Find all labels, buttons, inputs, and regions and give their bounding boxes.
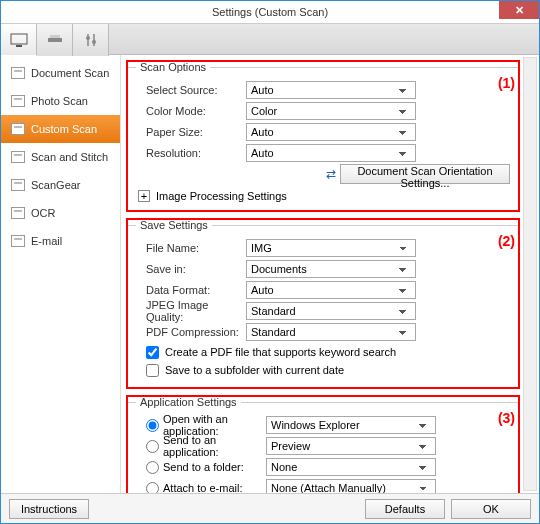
footer: Instructions Defaults OK [1, 493, 539, 523]
sidebar-label: Document Scan [31, 67, 109, 79]
sliders-icon [84, 33, 98, 47]
ocr-icon [11, 207, 25, 219]
file-name-label: File Name: [136, 242, 246, 254]
paper-size-label: Paper Size: [136, 126, 246, 138]
jpeg-quality-dropdown[interactable]: Standard [246, 302, 416, 320]
attach-email-dropdown[interactable]: None (Attach Manually) [266, 479, 436, 493]
scan-options-group: Scan Options (1) Select Source:Auto Colo… [127, 61, 519, 211]
sidebar-item-ocr[interactable]: OCR [1, 199, 120, 227]
data-format-label: Data Format: [136, 284, 246, 296]
sidebar-label: Photo Scan [31, 95, 88, 107]
tab-scan-from-panel[interactable] [37, 24, 73, 56]
defaults-button[interactable]: Defaults [365, 499, 445, 519]
subfolder-checkbox[interactable] [146, 364, 159, 377]
window-title: Settings (Custom Scan) [212, 6, 328, 18]
image-processing-label: Image Processing Settings [156, 190, 287, 202]
select-source-label: Select Source: [136, 84, 246, 96]
settings-window: Settings (Custom Scan) ✕ Document Scan P… [0, 0, 540, 524]
save-settings-group: Save Settings (2) File Name:IMG Save in:… [127, 219, 519, 388]
sidebar-item-scangear[interactable]: ScanGear [1, 171, 120, 199]
sidebar-item-scan-stitch[interactable]: Scan and Stitch [1, 143, 120, 171]
instructions-button[interactable]: Instructions [9, 499, 89, 519]
image-processing-expander[interactable]: + Image Processing Settings [138, 190, 510, 202]
color-mode-dropdown[interactable]: Color [246, 102, 416, 120]
svg-rect-2 [48, 38, 62, 42]
custom-icon [11, 123, 25, 135]
photo-icon [11, 95, 25, 107]
send-app-label: Send to an application: [163, 434, 266, 458]
email-icon [11, 235, 25, 247]
tab-general-settings[interactable] [73, 24, 109, 56]
pdf-compression-dropdown[interactable]: Standard [246, 323, 416, 341]
annotation-1: (1) [498, 75, 515, 91]
application-settings-group: Application Settings (3) Open with an ap… [127, 396, 519, 493]
jpeg-quality-label: JPEG Image Quality: [136, 299, 246, 323]
close-button[interactable]: ✕ [499, 1, 539, 19]
stitch-icon [11, 151, 25, 163]
main-panel: Scan Options (1) Select Source:Auto Colo… [121, 55, 539, 493]
pdf-keyword-label: Create a PDF file that supports keyword … [165, 346, 396, 358]
svg-rect-0 [11, 34, 27, 44]
select-source-dropdown[interactable]: Auto [246, 81, 416, 99]
vertical-scrollbar[interactable] [523, 57, 537, 491]
ok-button[interactable]: OK [451, 499, 531, 519]
sidebar-label: E-mail [31, 235, 62, 247]
send-folder-radio[interactable] [146, 461, 159, 474]
sidebar-item-email[interactable]: E-mail [1, 227, 120, 255]
send-folder-dropdown[interactable]: None [266, 458, 436, 476]
paper-size-dropdown[interactable]: Auto [246, 123, 416, 141]
scan-options-legend: Scan Options [136, 61, 210, 73]
color-mode-label: Color Mode: [136, 105, 246, 117]
svg-point-6 [86, 36, 90, 40]
scangear-icon [11, 179, 25, 191]
open-with-radio[interactable] [146, 419, 159, 432]
sidebar-label: Custom Scan [31, 123, 97, 135]
top-toolbar [1, 23, 539, 55]
plus-icon: + [138, 190, 150, 202]
tab-scan-from-computer[interactable] [1, 24, 37, 56]
send-app-dropdown[interactable]: Preview [266, 437, 436, 455]
titlebar: Settings (Custom Scan) ✕ [1, 1, 539, 23]
attach-email-label: Attach to e-mail: [163, 482, 242, 493]
save-settings-legend: Save Settings [136, 219, 212, 231]
sidebar-label: OCR [31, 207, 55, 219]
send-folder-label: Send to a folder: [163, 461, 244, 473]
save-in-label: Save in: [136, 263, 246, 275]
scanner-icon [46, 34, 64, 46]
open-with-dropdown[interactable]: Windows Explorer [266, 416, 436, 434]
annotation-2: (2) [498, 233, 515, 249]
svg-point-7 [92, 40, 96, 44]
sidebar: Document Scan Photo Scan Custom Scan Sca… [1, 55, 121, 493]
subfolder-label: Save to a subfolder with current date [165, 364, 344, 376]
attach-email-radio[interactable] [146, 482, 159, 494]
swap-icon: ⇄ [326, 167, 336, 181]
monitor-icon [10, 33, 28, 47]
file-name-input[interactable]: IMG [246, 239, 416, 257]
save-in-dropdown[interactable]: Documents [246, 260, 416, 278]
sidebar-item-document-scan[interactable]: Document Scan [1, 59, 120, 87]
pdf-keyword-checkbox[interactable] [146, 346, 159, 359]
send-app-radio[interactable] [146, 440, 159, 453]
svg-rect-1 [16, 45, 22, 47]
resolution-dropdown[interactable]: Auto [246, 144, 416, 162]
orientation-settings-button[interactable]: Document Scan Orientation Settings... [340, 164, 510, 184]
svg-rect-3 [50, 35, 60, 38]
document-icon [11, 67, 25, 79]
sidebar-item-photo-scan[interactable]: Photo Scan [1, 87, 120, 115]
sidebar-label: ScanGear [31, 179, 81, 191]
data-format-dropdown[interactable]: Auto [246, 281, 416, 299]
annotation-3: (3) [498, 410, 515, 426]
sidebar-item-custom-scan[interactable]: Custom Scan [1, 115, 120, 143]
application-settings-legend: Application Settings [136, 396, 241, 408]
sidebar-label: Scan and Stitch [31, 151, 108, 163]
pdf-compression-label: PDF Compression: [136, 326, 246, 338]
resolution-label: Resolution: [136, 147, 246, 159]
